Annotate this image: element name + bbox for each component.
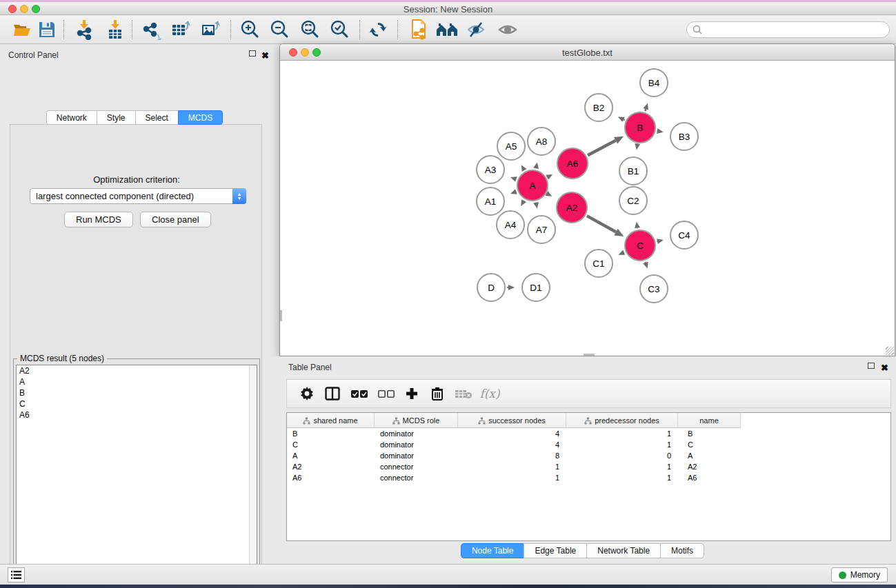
create-column-icon[interactable] (401, 383, 423, 404)
table-row[interactable]: Bdominator41B (287, 428, 890, 439)
delete-columns-icon[interactable] (426, 383, 448, 404)
zoom-fit-icon[interactable] (298, 19, 321, 40)
tab-select[interactable]: Select (135, 110, 178, 125)
column-header-MCDS-role[interactable]: MCDS role (375, 413, 458, 428)
edge-A6-B[interactable] (588, 141, 616, 156)
application-window: Session: New Session (0, 0, 896, 585)
float-panel-icon[interactable] (249, 50, 258, 59)
table-cell[interactable]: 1 (566, 439, 678, 450)
network-window-titlebar[interactable]: testGlobe.txt (280, 44, 895, 61)
table-cell[interactable]: A2 (287, 461, 375, 472)
table-cell[interactable]: dominator (375, 450, 458, 461)
run-mcds-button[interactable]: Run MCDS (64, 212, 133, 227)
mcds-result-item[interactable]: B (17, 387, 257, 398)
import-network-icon[interactable] (72, 19, 96, 40)
optimization-criterion-dropdown[interactable]: largest connected component (directed) ▲… (30, 188, 246, 204)
table-cell[interactable]: dominator (375, 428, 458, 439)
table-cell[interactable]: A (287, 450, 375, 461)
table-cell[interactable]: 4 (458, 439, 566, 450)
table-cell[interactable]: A6 (678, 472, 741, 483)
import-table-icon[interactable] (103, 19, 127, 40)
close-panel-button[interactable]: Close panel (140, 212, 211, 227)
resize-grip[interactable] (886, 347, 894, 355)
zoom-out-icon[interactable] (268, 19, 291, 40)
table-cell[interactable]: connector (375, 472, 458, 483)
new-network-from-file-icon[interactable] (408, 19, 431, 40)
edge-arrowhead (510, 176, 517, 181)
table-cell[interactable]: C (678, 439, 741, 450)
hide-selected-icon[interactable] (464, 19, 488, 40)
close-table-panel-icon[interactable]: ✖ (881, 361, 890, 370)
table-row[interactable]: A2connector11A2 (287, 461, 890, 472)
show-all-icon[interactable] (496, 19, 519, 40)
memory-button[interactable]: Memory (831, 567, 888, 582)
tab-style[interactable]: Style (97, 110, 135, 125)
scrollbar[interactable] (249, 365, 257, 588)
vertical-scroll-indicator[interactable] (280, 310, 282, 321)
table-cell[interactable]: 1 (566, 461, 678, 472)
table-cell[interactable]: connector (375, 461, 458, 472)
column-header-successor-nodes[interactable]: successor nodes (458, 413, 566, 428)
export-table-icon[interactable] (169, 19, 192, 40)
table-cell[interactable]: A (678, 450, 741, 461)
main-titlebar[interactable]: Session: New Session (0, 2, 896, 15)
tab-mcds[interactable]: MCDS (178, 110, 223, 125)
table-cell[interactable]: 1 (566, 472, 678, 483)
export-image-icon[interactable] (199, 19, 222, 40)
table-cell[interactable]: 1 (458, 461, 566, 472)
zoom-selected-icon[interactable] (328, 19, 351, 40)
open-session-icon[interactable] (10, 19, 34, 40)
table-cell[interactable]: B (678, 428, 741, 439)
node-label-B3: B3 (679, 132, 690, 142)
table-cell[interactable]: 8 (458, 450, 566, 461)
mcds-result-item[interactable]: A (17, 376, 257, 387)
table-row[interactable]: Cdominator41C (287, 439, 890, 450)
tab-node-table[interactable]: Node Table (461, 543, 524, 558)
network-graph[interactable]: B4B2BB3A8A5A6A3B1AA1C2A2A4A7C4CC1DD1C3 (280, 61, 895, 356)
column-header-predecessor-nodes[interactable]: predecessor nodes (566, 413, 678, 428)
first-neighbors-icon[interactable] (435, 19, 459, 40)
table-cell[interactable]: dominator (375, 439, 458, 450)
mcds-result-item[interactable]: A2 (17, 365, 257, 376)
node-table[interactable]: shared nameMCDS rolesuccessor nodesprede… (286, 412, 891, 541)
zoom-in-icon[interactable] (238, 19, 261, 40)
table-cell[interactable]: 1 (566, 428, 678, 439)
table-cell[interactable]: A6 (287, 472, 375, 483)
export-network-icon[interactable] (140, 19, 163, 40)
table-cell[interactable]: C (287, 439, 375, 450)
refresh-icon[interactable] (366, 19, 390, 40)
tab-motifs[interactable]: Motifs (660, 543, 704, 558)
mcds-result-list[interactable]: A2ABCA6 (16, 365, 257, 588)
save-session-icon[interactable] (35, 19, 59, 40)
column-header-shared-name[interactable]: shared name (287, 413, 375, 428)
close-panel-icon[interactable]: ✖ (261, 49, 270, 58)
edge-B-B2[interactable] (624, 119, 624, 120)
edge-arrowhead (643, 103, 648, 110)
show-column-icon[interactable] (321, 383, 344, 404)
mcds-result-item[interactable]: A6 (17, 409, 257, 420)
horizontal-scroll-indicator[interactable] (584, 354, 595, 356)
table-cell[interactable]: 4 (458, 428, 566, 439)
column-header-name[interactable]: name (678, 413, 741, 428)
search-input[interactable] (702, 25, 889, 34)
tab-network-table[interactable]: Network Table (586, 543, 660, 558)
task-history-button[interactable] (8, 567, 25, 582)
table-cell[interactable]: 0 (566, 450, 678, 461)
float-table-panel-icon[interactable] (868, 363, 877, 372)
mcds-result-item[interactable]: C (17, 398, 257, 409)
network-canvas[interactable]: B4B2BB3A8A5A6A3B1AA1C2A2A4A7C4CC1DD1C3 (280, 61, 895, 356)
table-cell[interactable]: B (287, 428, 375, 439)
unselect-all-columns-icon[interactable] (375, 383, 397, 404)
mcds-tab-content: Optimization criterion: largest connecte… (10, 124, 262, 588)
select-all-columns-icon[interactable] (348, 383, 370, 404)
search-field[interactable] (686, 21, 890, 38)
table-row[interactable]: A6connector11A6 (287, 472, 890, 483)
tab-edge-table[interactable]: Edge Table (524, 543, 586, 558)
table-cell[interactable]: A2 (678, 461, 741, 472)
edge-B-B4[interactable] (645, 109, 646, 111)
table-cell[interactable]: 1 (458, 472, 566, 483)
table-options-icon[interactable] (296, 383, 318, 404)
tab-network[interactable]: Network (46, 110, 97, 125)
edge-A2-C[interactable] (587, 216, 616, 232)
table-row[interactable]: Adominator80A (287, 450, 890, 461)
